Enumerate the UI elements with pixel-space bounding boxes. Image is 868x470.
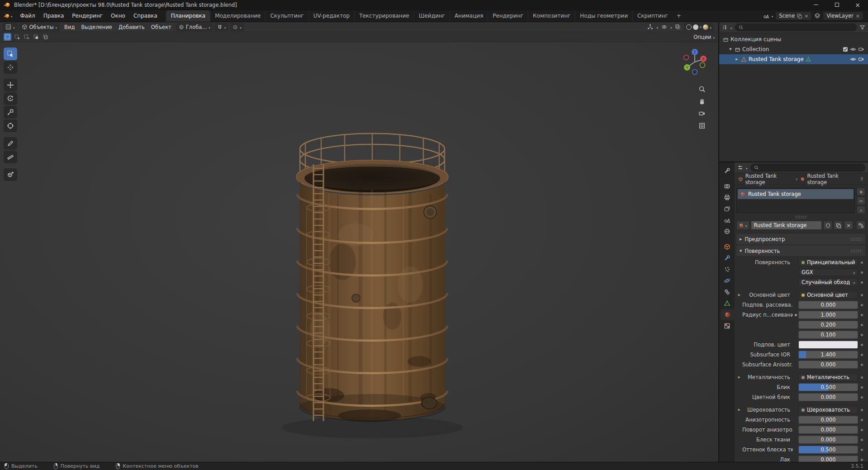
select-mode-intersect-icon[interactable] [42, 33, 49, 41]
field-Шероховатость[interactable]: Шероховатость [798, 406, 858, 414]
breadcrumb-object[interactable]: Rusted Tank storage [745, 173, 793, 185]
decorator-dot[interactable] [858, 376, 865, 379]
shading-solid-icon[interactable] [693, 24, 698, 30]
editor-type-button[interactable] [3, 23, 18, 31]
outliner-row-scene-collection[interactable]: Коллекция сцены [719, 34, 868, 44]
properties-tab-object-data[interactable] [719, 298, 735, 309]
workspace-tab[interactable]: Моделирование [210, 10, 265, 22]
menu-Окно[interactable]: Окно [107, 10, 129, 22]
select-mode-extend-icon[interactable] [13, 33, 21, 41]
viewlayer-selector[interactable]: ViewLayer × [823, 11, 863, 20]
disclosure-icon[interactable]: ▼ [728, 47, 733, 51]
add-workspace-button[interactable]: + [673, 10, 685, 22]
checkbox-icon[interactable] [843, 47, 848, 52]
tool-scale[interactable] [4, 106, 17, 119]
eye-icon[interactable] [850, 46, 856, 52]
decorator-dot[interactable] [858, 449, 865, 451]
gizmos-dropdown-caret[interactable] [656, 24, 658, 30]
field-Металличность[interactable]: Металличность [798, 373, 858, 381]
field-Оттенок блеска тк...[interactable]: 0.500 [798, 446, 858, 454]
field-Цветной блик[interactable]: 0.000 [798, 393, 858, 401]
field-Поверхность[interactable]: Принципиальный BSDF [798, 258, 858, 266]
field-Радиус п...сеивания[interactable]: 1.000 [798, 311, 858, 319]
overlays-dropdown-caret[interactable] [670, 24, 672, 30]
properties-tab-output[interactable] [719, 192, 735, 203]
viewport-menu-Объект[interactable]: Объект [148, 24, 175, 30]
panel-preview[interactable]: ▶ Предпросмотр [736, 234, 865, 244]
field-Основной цвет[interactable]: Основной цвет [798, 291, 858, 299]
render-camera-icon[interactable] [858, 56, 864, 62]
workspace-tab[interactable]: Скриптинг [632, 10, 673, 22]
tool-transform[interactable] [4, 119, 17, 132]
mode-selector[interactable]: Объекты [19, 23, 60, 31]
properties-tab-constraints[interactable] [719, 286, 735, 298]
nodes-icon[interactable] [856, 221, 865, 230]
workspace-tab[interactable]: Анимация [450, 10, 488, 22]
field-Подпов. цвет[interactable] [798, 341, 858, 349]
material-slot-row[interactable]: Rusted Tank storage [738, 189, 854, 199]
pin-icon[interactable] [859, 176, 864, 182]
browse-material-button[interactable] [736, 221, 749, 230]
tool-measure[interactable] [4, 151, 17, 163]
tool-move[interactable] [4, 79, 17, 91]
tank-object[interactable] [275, 126, 470, 445]
workspace-tab[interactable]: Рендеринг [488, 10, 528, 22]
outliner-search-input[interactable] [745, 25, 853, 30]
properties-tab-texture[interactable] [719, 320, 735, 332]
field-Блик[interactable]: 0.500 [798, 383, 858, 391]
menu-Правка[interactable]: Правка [39, 10, 68, 22]
decorator-dot[interactable] [858, 459, 865, 461]
properties-tab-scene[interactable] [719, 214, 735, 226]
disclosure-icon[interactable]: ▶ [735, 57, 739, 61]
properties-tab-material[interactable] [721, 309, 735, 320]
expander-icon[interactable]: ▶ [736, 293, 742, 297]
decorator-dot[interactable] [858, 271, 865, 274]
decorator-dot[interactable] [858, 334, 865, 336]
decorator-dot[interactable] [858, 324, 865, 326]
xray-toggle-icon[interactable] [675, 24, 681, 30]
breadcrumb-material[interactable]: Rusted Tank storage [807, 173, 855, 185]
viewport-menu-Выделение[interactable]: Выделение [78, 24, 115, 30]
workspace-tab[interactable]: UV-редактор [308, 10, 354, 22]
outliner-row-collection[interactable]: ▼ Collection [719, 44, 868, 54]
field-GGX[interactable]: GGX [798, 268, 858, 276]
close-button[interactable]: × [847, 0, 868, 9]
properties-tab-viewlayer[interactable] [719, 203, 735, 214]
unlink-material-button[interactable]: × [844, 221, 853, 230]
shading-dropdown-caret[interactable] [710, 24, 711, 30]
field-Случайный обход[interactable]: Случайный обход [798, 278, 858, 286]
field-Подпов. рассеива...[interactable]: 0.000 [798, 301, 858, 309]
decorator-dot[interactable] [858, 386, 865, 389]
add-slot-button[interactable]: + [857, 188, 865, 196]
field-Subsurface IOR[interactable]: 1.400 [798, 351, 858, 359]
field-Subsurface Anisotr...[interactable]: 0.000 [798, 361, 858, 369]
field-0.100[interactable]: 0.100 [798, 331, 858, 339]
outliner-editor-icon[interactable] [722, 24, 728, 30]
outliner-row-rusted-tank[interactable]: ▶ Rusted Tank storage [719, 54, 868, 64]
decorator-dot[interactable] [858, 419, 865, 421]
properties-editor-icon[interactable] [737, 165, 743, 171]
gizmos-toggle-icon[interactable] [647, 24, 653, 30]
minimize-button[interactable] [806, 0, 826, 9]
properties-tab-tool[interactable] [719, 165, 735, 176]
select-mode-invert-icon[interactable] [32, 33, 40, 41]
properties-search[interactable] [750, 164, 865, 171]
field-Блеск ткани[interactable]: 0.000 [798, 436, 858, 444]
workspace-tab[interactable]: Скульптинг [265, 10, 308, 22]
properties-search-input[interactable] [761, 165, 862, 171]
shading-wireframe-icon[interactable] [686, 24, 692, 30]
render-camera-icon[interactable] [858, 46, 864, 52]
workspace-tab[interactable]: Композитинг [528, 10, 575, 22]
remove-slot-button[interactable]: − [857, 197, 865, 205]
filter-funnel-icon[interactable] [859, 24, 865, 30]
unlink-scene-icon[interactable]: × [804, 13, 808, 19]
field-0.200[interactable]: 0.200 [798, 321, 858, 329]
decorator-dot[interactable] [858, 261, 865, 264]
ortho-grid-icon[interactable] [698, 122, 706, 129]
properties-tab-particles[interactable] [719, 264, 735, 275]
decorator-dot[interactable] [858, 429, 865, 431]
workspace-tab[interactable]: Шейдинг [414, 10, 450, 22]
properties-tab-modifiers[interactable] [719, 252, 735, 264]
expander-icon[interactable]: ▶ [736, 408, 742, 412]
snap-toggle[interactable] [214, 23, 229, 31]
